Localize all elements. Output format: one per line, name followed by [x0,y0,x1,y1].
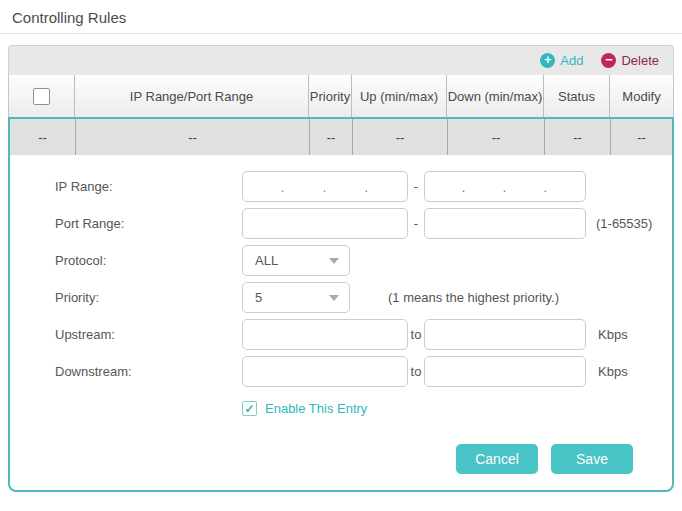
header-cell-ip-port-range: IP Range/Port Range [75,75,309,117]
upstream-min-input[interactable] [242,319,408,350]
protocol-dropdown[interactable]: ALL [242,245,350,276]
ip-octet-segment [507,172,544,201]
delete-button[interactable]: Delete [601,53,659,68]
enable-entry-checkbox[interactable] [242,401,257,416]
header-cell-priority: Priority [309,75,352,117]
delete-button-label: Delete [621,53,659,68]
upstream-unit: Kbps [598,327,628,342]
table-toolbar: Add Delete [8,45,674,75]
port-range-separator: - [408,216,424,231]
rule-form: IP Range: - Port Range: - (1-65535) [10,156,672,490]
priority-selected-value: 5 [255,290,262,305]
delete-minus-icon [601,53,616,68]
select-all-checkbox[interactable] [33,88,50,105]
protocol-row: Protocol: ALL [10,242,672,279]
ip-octet-segment [425,172,462,201]
ip-range-end-input[interactable] [424,171,586,202]
title-divider [0,33,682,34]
row-cell-priority: -- [310,119,353,155]
protocol-label: Protocol: [55,253,242,268]
ip-range-row: IP Range: - [10,168,672,205]
downstream-label: Downstream: [55,364,242,379]
enable-entry-row: Enable This Entry [10,392,672,424]
row-cell-down: -- [448,119,545,155]
port-range-hint: (1-65535) [596,216,652,231]
priority-row: Priority: 5 (1 means the highest priorit… [10,279,672,316]
add-plus-icon [540,53,555,68]
row-cell-status: -- [545,119,611,155]
header-cell-up: Up (min/max) [352,75,447,117]
rule-editor-panel: -- -- -- -- -- -- -- IP Range: - [8,117,674,492]
priority-label: Priority: [55,290,242,305]
row-cell-ip-port-range: -- [76,119,310,155]
downstream-min-input[interactable] [242,356,408,387]
form-buttons-row: Cancel Save [10,424,672,490]
upstream-max-input[interactable] [424,319,586,350]
cancel-button[interactable]: Cancel [456,444,538,474]
row-cell-select: -- [10,119,76,155]
table-header-row: IP Range/Port Range Priority Up (min/max… [8,75,674,117]
upstream-to-separator: to [408,327,424,342]
header-cell-down: Down (min/max) [447,75,544,117]
port-range-start-input[interactable] [242,208,408,239]
header-cell-modify: Modify [610,75,673,117]
downstream-max-input[interactable] [424,356,586,387]
ip-octet-segment [285,172,323,201]
chevron-down-icon [329,258,339,264]
add-button[interactable]: Add [540,53,583,68]
ip-octet-segment [327,172,365,201]
page-title: Controlling Rules [12,9,126,26]
upstream-label: Upstream: [55,327,242,342]
header-cell-select [9,75,75,117]
ip-octet-segment [369,172,407,201]
rules-table-panel: Add Delete IP Range/Port Range Priority … [8,45,674,492]
downstream-unit: Kbps [598,364,628,379]
downstream-row: Downstream: to Kbps [10,353,672,390]
table-row[interactable]: -- -- -- -- -- -- -- [10,119,672,156]
row-cell-modify: -- [611,119,672,155]
ip-range-separator: - [408,179,424,194]
priority-dropdown[interactable]: 5 [242,282,350,313]
save-button[interactable]: Save [551,444,633,474]
ip-octet-segment [466,172,503,201]
priority-hint: (1 means the highest priority.) [388,290,559,305]
protocol-selected-value: ALL [255,253,278,268]
ip-range-start-input[interactable] [242,171,408,202]
ip-octet-segment [548,172,585,201]
row-cell-up: -- [353,119,448,155]
port-range-end-input[interactable] [424,208,586,239]
chevron-down-icon [329,295,339,301]
controlling-rules-page: Controlling Rules Add Delete IP Range/Po… [0,0,682,511]
port-range-row: Port Range: - (1-65535) [10,205,672,242]
header-cell-status: Status [544,75,610,117]
add-button-label: Add [560,53,583,68]
ip-range-label: IP Range: [55,179,242,194]
ip-octet-segment [243,172,281,201]
downstream-to-separator: to [408,364,424,379]
enable-entry-label[interactable]: Enable This Entry [265,401,367,416]
port-range-label: Port Range: [55,216,242,231]
upstream-row: Upstream: to Kbps [10,316,672,353]
